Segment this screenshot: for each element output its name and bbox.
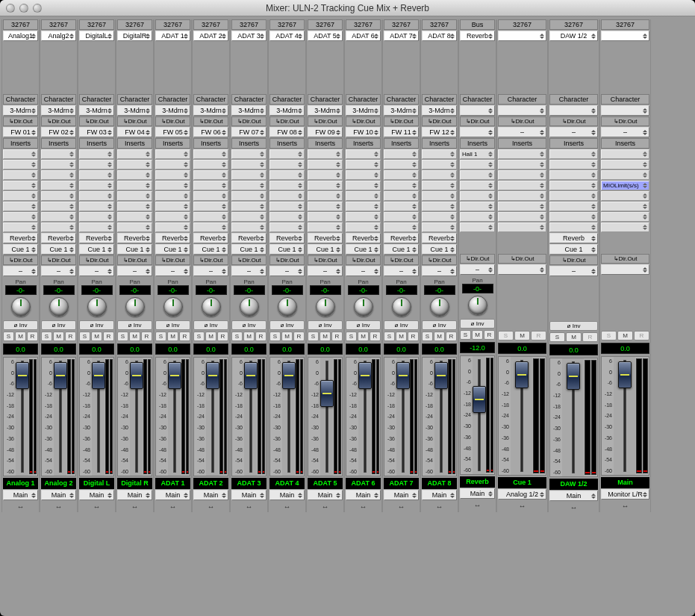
m-button[interactable]: M bbox=[617, 331, 633, 340]
insert-slot[interactable] bbox=[79, 160, 114, 169]
insert-slot[interactable] bbox=[601, 170, 649, 180]
send-select[interactable]: Reverb bbox=[41, 233, 76, 243]
insert-slot[interactable] bbox=[384, 202, 419, 211]
insert-slot[interactable] bbox=[41, 170, 76, 180]
input-select[interactable]: ADAT 7 bbox=[384, 31, 419, 41]
insert-slot[interactable] bbox=[231, 223, 267, 232]
m-button[interactable]: M bbox=[566, 332, 582, 342]
insert-slot[interactable] bbox=[498, 191, 546, 201]
insert-slot[interactable] bbox=[193, 223, 228, 232]
output-select[interactable]: Main bbox=[460, 488, 495, 499]
insert-slot[interactable] bbox=[3, 223, 38, 232]
fader-cap[interactable] bbox=[473, 386, 486, 413]
fader-track[interactable] bbox=[358, 358, 371, 476]
m-button[interactable]: M bbox=[434, 332, 445, 341]
insert-slot[interactable]: MIOLimit(s/s) bbox=[601, 181, 649, 190]
character-select[interactable] bbox=[498, 105, 546, 116]
channel-header[interactable]: 32767 bbox=[117, 19, 152, 30]
insert-slot[interactable] bbox=[231, 191, 267, 201]
input-select[interactable]: ADAT 5 bbox=[308, 31, 343, 41]
m-button[interactable]: M bbox=[243, 332, 255, 341]
dirout2-select[interactable]: – bbox=[269, 266, 305, 276]
dirout2-select[interactable]: – bbox=[460, 264, 495, 275]
insert-slot[interactable] bbox=[460, 191, 495, 201]
output-select[interactable]: Main bbox=[3, 490, 38, 500]
insert-slot[interactable] bbox=[308, 202, 343, 211]
insert-slot[interactable] bbox=[422, 212, 457, 222]
input-select[interactable]: ADAT 2 bbox=[193, 31, 228, 41]
pan-knob[interactable] bbox=[240, 297, 259, 317]
m-button[interactable]: M bbox=[53, 332, 64, 341]
insert-slot[interactable] bbox=[193, 202, 228, 211]
level-readout[interactable]: 0.0 bbox=[498, 343, 546, 354]
level-readout[interactable]: 0.0 bbox=[3, 343, 38, 355]
insert-slot[interactable] bbox=[498, 160, 546, 169]
minimize-icon[interactable] bbox=[19, 4, 28, 13]
m-button[interactable]: M bbox=[129, 332, 140, 341]
insert-slot[interactable] bbox=[384, 149, 419, 159]
insert-slot[interactable] bbox=[460, 212, 495, 222]
s-button[interactable]: S bbox=[3, 332, 14, 341]
insert-slot[interactable] bbox=[346, 191, 381, 201]
insert-slot[interactable] bbox=[269, 149, 305, 159]
input-select[interactable]: ADAT 1 bbox=[155, 31, 190, 41]
insert-slot[interactable] bbox=[193, 170, 228, 180]
channel-name[interactable]: Analog 1 bbox=[3, 478, 38, 489]
dirout2-select[interactable]: – bbox=[231, 266, 267, 276]
phase-invert-button[interactable]: ø Inv bbox=[549, 321, 598, 331]
send-select[interactable]: Reverb bbox=[3, 233, 38, 243]
output-select[interactable]: Analog 1/2 bbox=[498, 489, 546, 500]
fader-track[interactable] bbox=[92, 358, 105, 476]
character-select[interactable]: 3-Mdrn bbox=[193, 105, 228, 116]
insert-slot[interactable] bbox=[269, 160, 305, 169]
phase-invert-button[interactable]: ø Inv bbox=[269, 320, 305, 330]
r-button[interactable]: R bbox=[103, 332, 114, 341]
pan-value[interactable]: -0- bbox=[196, 285, 227, 295]
insert-slot[interactable] bbox=[117, 149, 152, 159]
channel-header[interactable]: 32767 bbox=[346, 19, 381, 30]
insert-slot[interactable] bbox=[155, 202, 190, 211]
phase-invert-button[interactable]: ø Inv bbox=[231, 320, 267, 330]
channel-name[interactable]: ADAT 6 bbox=[346, 478, 381, 489]
send-select[interactable]: Reverb bbox=[155, 233, 190, 243]
s-button[interactable]: S bbox=[549, 332, 565, 342]
s-button[interactable]: S bbox=[231, 332, 243, 341]
input-select[interactable] bbox=[601, 31, 649, 41]
phase-invert-button[interactable]: ø Inv bbox=[384, 320, 419, 330]
m-button[interactable]: M bbox=[472, 330, 483, 340]
link-icon[interactable]: ↔ bbox=[601, 502, 649, 511]
pan-value[interactable]: -0- bbox=[234, 285, 265, 295]
insert-slot[interactable] bbox=[41, 223, 76, 232]
pan-value[interactable]: -0- bbox=[5, 285, 37, 295]
r-button[interactable]: R bbox=[331, 332, 343, 341]
insert-slot[interactable] bbox=[3, 160, 38, 169]
insert-slot[interactable] bbox=[601, 212, 649, 222]
fader-track[interactable] bbox=[168, 358, 181, 476]
insert-slot[interactable] bbox=[79, 191, 114, 201]
dirout-select[interactable]: FW 10 bbox=[346, 127, 381, 137]
s-button[interactable]: S bbox=[460, 330, 471, 340]
channel-name[interactable]: ADAT 4 bbox=[269, 478, 305, 489]
insert-slot[interactable] bbox=[193, 181, 228, 190]
insert-slot[interactable] bbox=[422, 170, 457, 180]
link-icon[interactable]: ↔ bbox=[346, 503, 381, 511]
insert-slot[interactable] bbox=[231, 212, 267, 222]
insert-slot[interactable] bbox=[193, 149, 228, 159]
channel-name[interactable]: Analog 2 bbox=[41, 478, 76, 489]
cue-select[interactable]: Cue 1 bbox=[79, 244, 114, 255]
character-select[interactable] bbox=[601, 105, 649, 116]
cue-select[interactable]: Cue 1 bbox=[308, 244, 343, 255]
link-icon[interactable]: ↔ bbox=[193, 503, 228, 511]
dirout2-select[interactable]: – bbox=[346, 266, 381, 276]
insert-slot[interactable] bbox=[193, 191, 228, 201]
send-select[interactable]: Reverb bbox=[346, 233, 381, 243]
m-button[interactable]: M bbox=[358, 332, 369, 341]
insert-slot[interactable] bbox=[346, 212, 381, 222]
s-button[interactable]: S bbox=[155, 332, 166, 341]
r-button[interactable]: R bbox=[65, 332, 76, 341]
channel-name[interactable]: ADAT 7 bbox=[384, 478, 419, 489]
m-button[interactable]: M bbox=[396, 332, 407, 341]
fader-track[interactable] bbox=[511, 357, 532, 475]
dirout2-select[interactable]: – bbox=[79, 266, 114, 276]
dirout2-select[interactable]: – bbox=[308, 266, 343, 276]
